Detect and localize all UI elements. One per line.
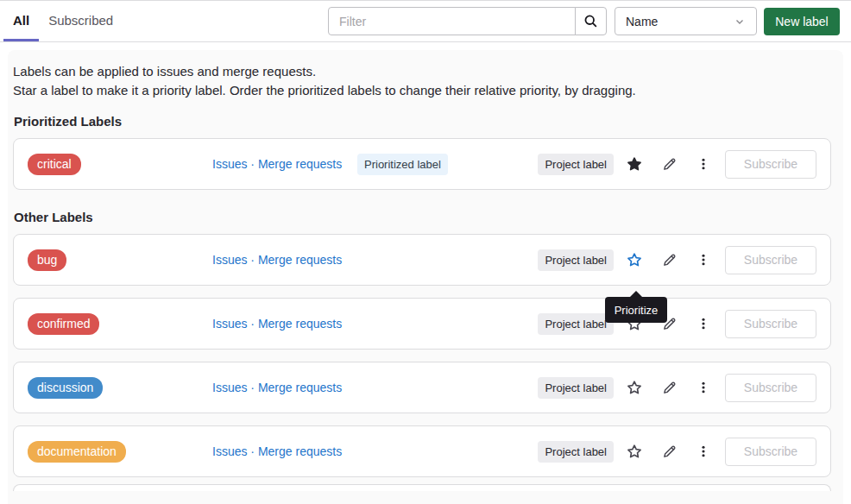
label-pill-cell: documentation xyxy=(28,441,212,463)
other-labels-list: bug Issues · Merge requests Project labe… xyxy=(13,234,838,491)
sort-dropdown-value: Name xyxy=(626,15,658,28)
merge-requests-link[interactable]: Merge requests xyxy=(258,444,342,458)
issues-link[interactable]: Issues xyxy=(212,253,247,267)
tab-all[interactable]: All xyxy=(3,1,39,41)
row-actions: Project label xyxy=(538,246,816,274)
star-icon xyxy=(627,156,642,172)
merge-requests-link[interactable]: Merge requests xyxy=(258,381,342,394)
more-actions-button[interactable] xyxy=(686,310,721,337)
label-pill-cell: bug xyxy=(28,249,212,271)
vertical-ellipsis-icon xyxy=(697,157,710,171)
label-pill-cell: discussion xyxy=(28,377,212,399)
label-pill[interactable]: bug xyxy=(28,249,66,271)
labels-header-bar: All Subscribed Name New xyxy=(0,0,851,42)
vertical-ellipsis-icon xyxy=(697,253,710,267)
row-actions: Project label xyxy=(538,438,816,466)
vertical-ellipsis-icon xyxy=(697,444,710,458)
row-actions: Project label xyxy=(538,374,816,402)
tooltip-arrow-icon xyxy=(630,291,642,297)
label-links: Issues · Merge requests xyxy=(212,381,357,394)
edit-label-button[interactable] xyxy=(652,438,686,465)
tab-subscribed-label: Subscribed xyxy=(48,13,113,28)
prioritize-star-button[interactable] xyxy=(617,246,652,274)
label-row-partial xyxy=(13,484,831,491)
new-label-button[interactable]: New label xyxy=(764,8,840,35)
tooltip-text: Prioritize xyxy=(615,304,659,317)
labels-toolbar: Name New label xyxy=(328,1,840,41)
row-actions: Project label xyxy=(538,310,816,338)
label-links: Issues · Merge requests xyxy=(212,444,357,458)
vertical-ellipsis-icon xyxy=(697,381,710,394)
label-links: Issues · Merge requests xyxy=(212,317,357,331)
label-row: critical Issues · Merge requests Priorit… xyxy=(13,138,831,190)
issues-link[interactable]: Issues xyxy=(212,157,247,171)
label-row: bug Issues · Merge requests Project labe… xyxy=(13,234,831,286)
chevron-down-icon xyxy=(734,16,746,28)
description-line-2: Star a label to make it a priority label… xyxy=(13,81,838,100)
label-pill-cell: confirmed xyxy=(28,313,212,335)
merge-requests-link[interactable]: Merge requests xyxy=(258,253,342,267)
label-pill-cell: critical xyxy=(28,154,212,175)
pencil-icon xyxy=(662,444,677,459)
filter-group xyxy=(328,7,607,35)
labels-description: Labels can be applied to issues and merg… xyxy=(13,62,838,100)
more-actions-button[interactable] xyxy=(686,374,721,401)
search-button[interactable] xyxy=(575,7,607,35)
tab-all-label: All xyxy=(13,13,29,28)
label-row: documentation Issues · Merge requests Pr… xyxy=(13,425,831,477)
pencil-icon xyxy=(662,157,677,172)
links-separator: · xyxy=(250,157,258,171)
merge-requests-link[interactable]: Merge requests xyxy=(258,317,342,331)
label-pill[interactable]: confirmed xyxy=(28,313,99,335)
label-pill[interactable]: discussion xyxy=(28,377,103,399)
label-row: discussion Issues · Merge requests Proje… xyxy=(13,362,831,413)
subscribe-button[interactable]: Subscribe xyxy=(725,310,816,338)
project-label-badge: Project label xyxy=(538,441,614,463)
sort-dropdown[interactable]: Name xyxy=(615,7,757,35)
label-links: Issues · Merge requests xyxy=(212,253,357,267)
edit-label-button[interactable] xyxy=(652,374,686,401)
tab-subscribed[interactable]: Subscribed xyxy=(39,1,123,41)
subscribe-button[interactable]: Subscribe xyxy=(725,246,816,274)
star-icon xyxy=(627,380,642,395)
more-actions-button[interactable] xyxy=(686,150,721,178)
more-actions-button[interactable] xyxy=(686,438,721,465)
project-label-badge: Project label xyxy=(538,249,614,271)
prioritize-star-button[interactable] xyxy=(617,150,652,178)
edit-label-button[interactable] xyxy=(652,150,686,178)
other-labels-heading: Other Labels xyxy=(14,210,838,224)
issues-link[interactable]: Issues xyxy=(212,381,247,394)
more-actions-button[interactable] xyxy=(686,246,721,274)
label-pill[interactable]: critical xyxy=(28,154,81,175)
pencil-icon xyxy=(662,381,677,395)
description-line-1: Labels can be applied to issues and merg… xyxy=(13,62,838,81)
labels-container: Labels can be applied to issues and merg… xyxy=(8,50,843,504)
vertical-ellipsis-icon xyxy=(697,317,710,331)
prioritize-star-button[interactable] xyxy=(617,438,652,465)
prioritized-labels-heading: Prioritized Labels xyxy=(14,114,838,129)
merge-requests-link[interactable]: Merge requests xyxy=(258,157,342,171)
links-separator: · xyxy=(250,317,258,331)
project-label-badge: Project label xyxy=(538,154,614,175)
prioritized-label-badge: Prioritized label xyxy=(357,154,448,175)
edit-label-button[interactable] xyxy=(652,246,686,274)
filter-input[interactable] xyxy=(328,7,576,35)
prioritized-labels-list: critical Issues · Merge requests Priorit… xyxy=(13,138,838,190)
links-separator: · xyxy=(250,253,258,267)
links-separator: · xyxy=(250,444,258,458)
label-pill[interactable]: documentation xyxy=(28,441,126,463)
links-separator: · xyxy=(250,381,258,394)
subscribe-button[interactable]: Subscribe xyxy=(725,438,816,466)
star-icon xyxy=(627,444,642,459)
project-label-badge: Project label xyxy=(538,313,614,335)
subscribe-button[interactable]: Subscribe xyxy=(725,150,816,179)
row-actions: Project label xyxy=(538,150,816,179)
subscribe-button[interactable]: Subscribe xyxy=(725,374,816,402)
issues-link[interactable]: Issues xyxy=(212,317,247,331)
label-row: confirmed Issues · Merge requests Projec… xyxy=(13,298,831,350)
search-icon xyxy=(583,14,598,28)
issues-link[interactable]: Issues xyxy=(212,444,247,458)
pencil-icon xyxy=(662,253,677,268)
prioritize-star-button[interactable] xyxy=(617,374,652,401)
label-links: Issues · Merge requests xyxy=(212,157,357,171)
